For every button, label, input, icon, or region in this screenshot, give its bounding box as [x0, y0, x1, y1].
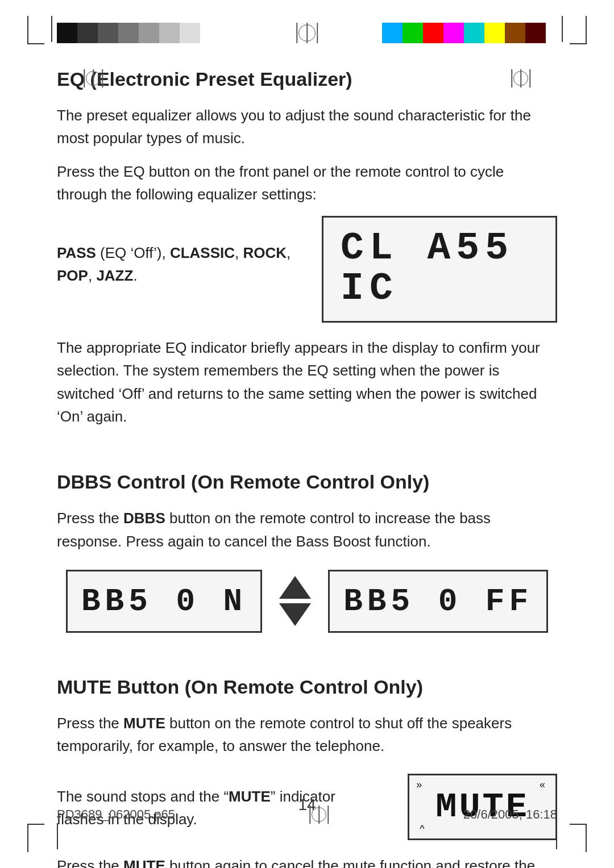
vline-bottom-left: [57, 823, 58, 849]
mute-title-bold: MUTE Button: [57, 676, 179, 698]
main-content: EQ (Electronic Preset Equalizer) The pre…: [57, 68, 557, 868]
reg-mark-left-side: [84, 69, 102, 87]
pass-label: PASS: [57, 244, 96, 261]
bbs-on-display: BB5 0 N: [66, 570, 262, 633]
eq-section-title: EQ (Electronic Preset Equalizer): [57, 68, 557, 90]
jazz-label: JAZZ: [96, 267, 133, 284]
dbbs-arrow-icon: [279, 576, 311, 626]
dbbs-section-title: DBBS Control (On Remote Control Only): [57, 471, 557, 493]
swatch-light-gray: [180, 23, 200, 43]
arrow-down: [279, 603, 311, 626]
header-row: [0, 17, 614, 49]
swatch-gray4: [159, 23, 180, 43]
swatch-gray1: [98, 23, 118, 43]
pop-label: POP: [57, 267, 88, 284]
mute-para1: Press the MUTE button on the remote cont…: [57, 712, 557, 758]
color-swatch-group: [382, 23, 546, 43]
mute-para1-pre: Press the: [57, 715, 123, 732]
dbbs-para1-pre: Press the: [57, 510, 123, 527]
comma3: ,: [88, 267, 96, 284]
swatch-teal: [464, 23, 484, 43]
eq-para3: The appropriate EQ indicator briefly app…: [57, 336, 557, 428]
dbbs-title-bold: DBBS Control: [57, 471, 186, 493]
swatch-dark-red: [525, 23, 546, 43]
eq-lcd-display: CL A55 IC: [322, 216, 557, 323]
mute-section-title: MUTE Button (On Remote Control Only): [57, 676, 557, 698]
bbs-on-text: BB5 0 N: [81, 583, 247, 620]
header-right-swatches: [382, 17, 557, 49]
rock-label: ROCK: [243, 244, 287, 261]
swatch-black: [57, 23, 77, 43]
comma1: ,: [235, 244, 243, 261]
bottom-bar: [0, 820, 614, 852]
mute-bold3: MUTE: [123, 857, 165, 868]
swatch-magenta: [443, 23, 464, 43]
mute-para2-pre: The sound stops and the “: [57, 788, 229, 805]
mute-bold2: MUTE: [229, 788, 271, 805]
mute-para3-pre: Press the: [57, 857, 123, 868]
eq-section: EQ (Electronic Preset Equalizer) The pre…: [57, 68, 557, 428]
swatch-yellow: [484, 23, 505, 43]
period1: .: [133, 267, 137, 284]
mute-para3: Press the MUTE button again to cancel th…: [57, 854, 557, 868]
swatch-red: [423, 23, 443, 43]
gray-swatch-group: [57, 23, 200, 43]
mute-sup-right: «: [540, 779, 549, 791]
dbbs-para1: Press the DBBS button on the remote cont…: [57, 507, 557, 553]
bbs-off-text: BB5 0 FF: [343, 583, 533, 620]
pass-note: (EQ ‘Off’),: [96, 244, 170, 261]
mute-title-normal: (On Remote Control Only): [179, 676, 423, 698]
dbbs-title-normal: (On Remote Control Only): [186, 471, 430, 493]
mute-bold1: MUTE: [123, 715, 165, 732]
registration-mark-top: [297, 23, 317, 43]
eq-settings-text: PASS (EQ ‘Off’), CLASSIC, ROCK, POP, JAZ…: [57, 241, 299, 287]
dbbs-section: DBBS Control (On Remote Control Only) Pr…: [57, 471, 557, 633]
header-center-reg: [297, 17, 317, 49]
swatch-green: [403, 23, 423, 43]
arrow-up: [279, 576, 311, 599]
comma2: ,: [287, 244, 291, 261]
mute-sup-left: »: [416, 779, 425, 791]
vline-bottom-right: [556, 823, 557, 849]
swatch-brown: [505, 23, 525, 43]
eq-para2: Press the EQ button on the front panel o…: [57, 160, 557, 206]
reg-mark-right-side: [512, 69, 530, 87]
swatch-dark-gray: [77, 23, 98, 43]
eq-lcd-text: CL A55 IC: [341, 226, 514, 310]
classic-label: CLASSIC: [170, 244, 235, 261]
swatch-gray2: [118, 23, 139, 43]
eq-settings-labels: PASS (EQ ‘Off’), CLASSIC, ROCK, POP, JAZ…: [57, 241, 299, 298]
eq-para1: The preset equalizer allows you to adjus…: [57, 104, 557, 150]
swatch-cyan: [382, 23, 403, 43]
dbbs-bold: DBBS: [123, 510, 165, 527]
bbs-off-display: BB5 0 FF: [328, 570, 548, 633]
swatch-gray3: [139, 23, 159, 43]
header-left-swatches: [57, 17, 206, 49]
dbbs-displays: BB5 0 N BB5 0 FF: [57, 570, 557, 633]
